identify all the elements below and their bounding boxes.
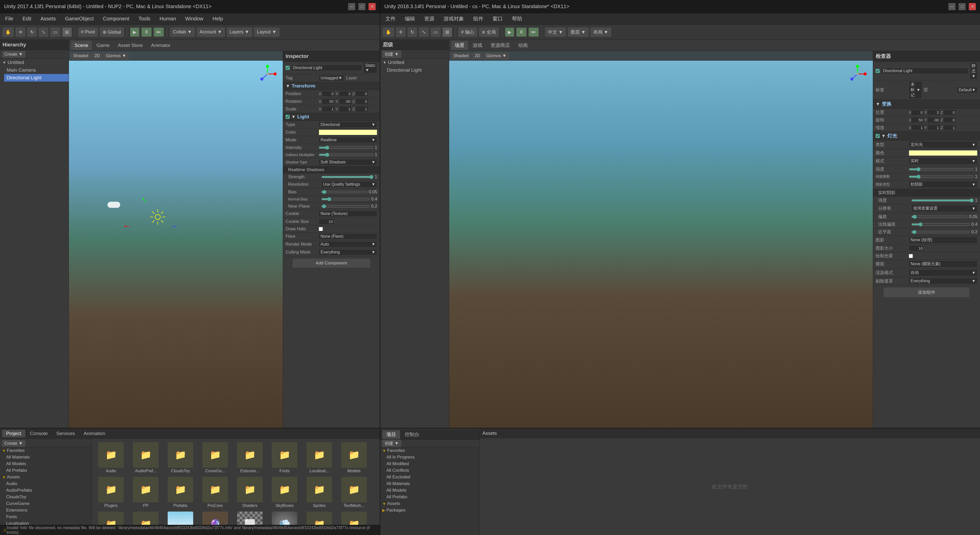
tree-extensions[interactable]: Extensions — [4, 507, 92, 514]
r-pivot-btn[interactable]: # 轴心 — [458, 27, 477, 37]
menu-chuangkou[interactable]: 窗口 — [490, 14, 505, 23]
asset-curvega[interactable]: 📁 CurveGa... — [199, 441, 232, 474]
scene-viewport[interactable]: Shaded 2D Gizmos ▼ — [69, 51, 283, 428]
asset-dust[interactable]: 💨 dust — [268, 511, 301, 525]
asset-plugins[interactable]: 📁 Plugins — [94, 476, 127, 509]
maximize-btn-left[interactable]: □ — [358, 3, 366, 10]
flare-dropdown[interactable]: None (Flare) — [319, 233, 377, 240]
r-type-dropdown[interactable]: 定向光 ▼ — [909, 141, 977, 148]
r-pos-z[interactable] — [943, 110, 956, 115]
close-btn-left[interactable]: ✕ — [369, 3, 375, 10]
normal-bias-slider[interactable] — [321, 198, 369, 200]
strength-slider[interactable] — [321, 176, 373, 178]
r-tree-favorites[interactable]: ▼ Favorites — [380, 447, 479, 454]
culling-mask-dropdown[interactable]: Everything ▼ — [319, 249, 377, 255]
asset-fonts[interactable]: 📁 Fonts — [268, 441, 301, 474]
type-dropdown[interactable]: Directional ▼ — [319, 122, 377, 128]
asset-skyboxes[interactable]: 📁 SkyBoxes — [268, 476, 301, 509]
rot-z[interactable] — [355, 98, 368, 104]
r-draw-halo-toggle[interactable] — [909, 254, 913, 258]
tab-game[interactable]: Game — [93, 41, 113, 50]
menu-component[interactable]: Component — [101, 15, 131, 23]
rect-tool[interactable]: ▭ — [50, 27, 60, 37]
pivot-btn[interactable]: # Pivot — [78, 27, 98, 37]
r-object-toggle[interactable] — [876, 69, 880, 73]
r-ptab-project[interactable]: 项目 — [382, 430, 400, 439]
r-pos-x[interactable] — [911, 110, 924, 115]
layers-btn[interactable]: Layers ▼ — [227, 27, 252, 37]
r-scale-tool[interactable]: ⤡ — [419, 27, 428, 37]
r-layers-btn[interactable]: 图层 ▼ — [568, 27, 589, 37]
hier-item-camera[interactable]: Main Camera — [4, 66, 68, 74]
tree-audioprefabs[interactable]: AudioPrefabs — [4, 487, 92, 494]
hand-tool[interactable]: ✋ — [3, 27, 14, 37]
gizmos-btn[interactable]: Gizmos ▼ — [103, 52, 128, 59]
layout-btn[interactable]: Layout ▼ — [254, 27, 280, 37]
minimize-btn-left[interactable]: ─ — [348, 3, 355, 10]
tree-audio[interactable]: Audio — [4, 480, 92, 487]
r-static-dropdown[interactable]: 静态 ▼ — [970, 62, 977, 79]
object-name-field[interactable] — [291, 65, 362, 71]
tab-asset-store[interactable]: Asset Store — [115, 41, 146, 50]
menu-wenjian[interactable]: 文件 — [383, 14, 398, 23]
draw-halo-toggle[interactable] — [319, 227, 323, 231]
r-resolution-dropdown[interactable]: 使用质量设置 ▼ — [912, 205, 977, 212]
r-object-name[interactable] — [881, 68, 968, 74]
tree-fonts[interactable]: Fonts — [4, 514, 92, 520]
asset-worksho2[interactable]: 🔮 Worksho... — [199, 511, 232, 525]
project-create-btn[interactable]: Create ▼ — [2, 440, 25, 447]
menu-tools[interactable]: Tools — [136, 15, 152, 23]
r-color-picker[interactable] — [909, 150, 977, 156]
r-tree-allexcluded[interactable]: All Excluded — [384, 474, 479, 480]
r-rot-y[interactable] — [928, 117, 940, 123]
close-btn-right[interactable]: ✕ — [969, 3, 976, 10]
asset-checker[interactable]: ⬜ Checker — [233, 511, 266, 525]
menu-edit[interactable]: Edit — [21, 15, 33, 23]
resolution-dropdown[interactable]: Use Quality Settings ▼ — [321, 181, 377, 187]
cookie-dropdown[interactable]: None (Texture) — [319, 211, 377, 217]
play-btn[interactable]: ▶ — [130, 27, 139, 37]
menu-bangzhu[interactable]: 帮助 — [510, 14, 524, 23]
minimize-btn-right[interactable]: ─ — [948, 3, 956, 10]
add-component-btn[interactable]: Add Component — [293, 259, 370, 268]
layer-dropdown[interactable]: Default ▼ — [379, 75, 380, 81]
r-rect-tool[interactable]: ▭ — [431, 27, 441, 37]
r-account-btn[interactable]: 中文 ▼ — [545, 27, 566, 37]
r-tab-scene[interactable]: 场景 — [451, 41, 468, 50]
r-light-enable[interactable] — [876, 134, 880, 138]
move-tool[interactable]: ✛ — [16, 27, 25, 37]
asset-clouds[interactable]: ☁ clouds — [164, 511, 197, 525]
maximize-btn-right[interactable]: □ — [959, 3, 966, 10]
account-btn[interactable]: Account ▼ — [197, 27, 225, 37]
r-layer-dropdown[interactable]: Default ▼ — [957, 87, 977, 93]
r-layout-btn[interactable]: 布局 ▼ — [590, 27, 611, 37]
asset-pp[interactable]: 📁 PP — [129, 476, 162, 509]
scale-z[interactable] — [355, 106, 368, 112]
asset-models[interactable]: 📁 Models — [337, 441, 371, 474]
r-scale-x[interactable] — [911, 125, 924, 130]
r-tree-allinprogress[interactable]: All In Progress — [384, 454, 479, 460]
asset-cloudstoy[interactable]: 📁 CloudsToy — [164, 441, 197, 474]
object-active-toggle[interactable] — [286, 66, 290, 70]
asset-workshop[interactable]: 📁 WorkSho... — [129, 511, 162, 525]
pos-z[interactable] — [355, 91, 368, 97]
tree-assets-root[interactable]: ▼ Assets — [0, 474, 92, 480]
indirect-slider[interactable] — [319, 154, 373, 156]
2d-btn[interactable]: 2D — [92, 52, 102, 59]
r-2d-btn[interactable]: 2D — [473, 52, 483, 59]
bias-slider[interactable] — [321, 191, 367, 193]
r-tag-dropdown[interactable]: 未标记 ▼ — [909, 81, 922, 99]
pause-btn[interactable]: ⏸ — [142, 27, 151, 37]
r-cookie-dropdown[interactable]: None (纹理) — [909, 237, 977, 243]
tree-localisation[interactable]: Localisation — [4, 520, 92, 525]
r-tree-allmodified[interactable]: All Modified — [384, 460, 479, 467]
r-tree-assets-root[interactable]: ▼ Assets — [380, 500, 479, 507]
menu-youxidui[interactable]: 游戏对象 — [442, 14, 466, 23]
asset-environ1[interactable]: 📁 Environ... — [303, 511, 336, 525]
shadow-type-dropdown[interactable]: Soft Shadows ▼ — [319, 159, 377, 165]
asset-procore[interactable]: 📁 ProCore — [199, 476, 232, 509]
r-flare-dropdown[interactable]: None (耀斑元素) — [909, 260, 977, 268]
menu-file[interactable]: File — [3, 15, 15, 23]
r-pos-y[interactable] — [928, 110, 940, 115]
asset-textmesh[interactable]: 📁 TextMesh... — [337, 476, 371, 509]
